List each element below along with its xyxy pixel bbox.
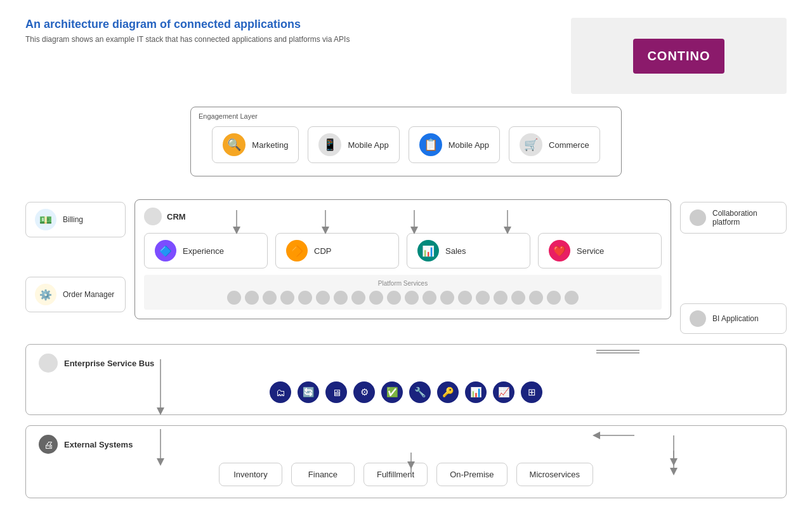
right-side: Collaboration platform BI Application (680, 199, 787, 334)
mobile-app-1-label: Mobile App (348, 140, 388, 150)
bi-app-card[interactable]: BI Application (680, 303, 787, 334)
engagement-layer-label: Engagement Layer (199, 112, 258, 120)
esb-icons: 🗂 🔄 🖥 ⚙ ✅ 🔧 🔑 📊 📈 ⊞ (39, 381, 773, 403)
platform-dot (405, 291, 419, 305)
mobile-app-1-card[interactable]: 📱 Mobile App (308, 126, 399, 163)
collab-card[interactable]: Collaboration platform (680, 202, 787, 234)
sales-icon: 📊 (417, 240, 439, 262)
cdp-label: CDP (314, 246, 331, 256)
sales-card[interactable]: 📊 Sales (407, 233, 530, 268)
esb-icon-6: 🔑 (437, 381, 459, 403)
platform-dot (547, 291, 561, 305)
platform-dot (263, 291, 277, 305)
finance-card[interactable]: Finance (291, 463, 355, 486)
external-header: 🖨 External Systems (39, 435, 773, 454)
cdp-card[interactable]: 🔶 CDP (275, 233, 399, 268)
microservices-card[interactable]: Microservices (516, 463, 593, 486)
platform-dot (351, 291, 365, 305)
crm-circle-icon (144, 208, 162, 225)
commerce-card[interactable]: 🛒 Commerce (509, 126, 600, 163)
platform-dot (494, 291, 508, 305)
mobile-app-2-card[interactable]: 📋 Mobile App (409, 126, 500, 163)
mobile-app-2-icon: 📋 (419, 133, 442, 156)
service-icon: ❤️ (549, 240, 570, 262)
inventory-card[interactable]: Inventory (219, 463, 282, 486)
marketing-label: Marketing (252, 140, 288, 150)
left-side: 💵 Billing ⚙️ Order Manager (25, 199, 126, 312)
commerce-label: Commerce (549, 140, 589, 150)
esb-icon-7: 📊 (465, 381, 487, 403)
experience-label: Experience (183, 246, 224, 256)
platform-dot (227, 291, 241, 305)
esb-layer: Enterprise Service Bus 🗂 🔄 🖥 ⚙ ✅ 🔧 🔑 📊 📈… (25, 344, 787, 415)
collab-label: Collaboration platform (712, 209, 777, 227)
crm-section: CRM 🔷 Experience 🔶 CDP 📊 Sales (134, 199, 671, 319)
platform-dots (150, 291, 655, 305)
platform-dot (529, 291, 543, 305)
platform-dot (565, 291, 579, 305)
order-manager-card[interactable]: ⚙️ Order Manager (25, 277, 126, 312)
experience-card[interactable]: 🔷 Experience (144, 233, 268, 268)
spacer-right (680, 244, 787, 293)
esb-icon-5: 🔧 (409, 381, 431, 403)
diagram: Engagement Layer 🔍 Marketing 📱 Mobile Ap… (0, 107, 812, 511)
crm-header: CRM (144, 208, 662, 225)
inventory-label: Inventory (233, 470, 267, 479)
platform-dot (280, 291, 294, 305)
spacer-3 (25, 415, 787, 425)
marketing-icon: 🔍 (223, 133, 246, 156)
fulfillment-card[interactable]: Fulfillment (363, 463, 428, 486)
order-manager-icon: ⚙️ (35, 284, 56, 305)
platform-dot (476, 291, 490, 305)
billing-icon: 💵 (35, 209, 56, 230)
experience-icon: 🔷 (155, 240, 176, 262)
cdp-icon: 🔶 (286, 240, 308, 262)
platform-services-label: Platform Services (150, 280, 655, 287)
esb-icon-0: 🗂 (270, 381, 291, 403)
engagement-layer: Engagement Layer 🔍 Marketing 📱 Mobile Ap… (190, 107, 622, 176)
esb-icon-4: ✅ (381, 381, 403, 403)
crm-cards: 🔷 Experience 🔶 CDP 📊 Sales ❤️ Service (144, 233, 662, 268)
platform-dot (440, 291, 454, 305)
external-layer: 🖨 External Systems Inventory Finance Ful… (25, 425, 787, 498)
platform-dot (298, 291, 312, 305)
engagement-cards: 🔍 Marketing 📱 Mobile App 📋 Mobile App 🛒 … (204, 126, 608, 163)
esb-icon-9: ⊞ (521, 381, 542, 403)
engagement-layer-row: Engagement Layer 🔍 Marketing 📱 Mobile Ap… (25, 107, 787, 176)
page-title: An architecture diagram of connected app… (25, 18, 350, 31)
service-card[interactable]: ❤️ Service (538, 233, 662, 268)
esb-icon-2: 🖥 (325, 381, 347, 403)
platform-services: Platform Services (144, 275, 662, 310)
collab-icon (690, 209, 706, 226)
platform-dot (422, 291, 436, 305)
finance-label: Finance (308, 470, 337, 479)
marketing-card[interactable]: 🔍 Marketing (212, 126, 299, 163)
sales-label: Sales (445, 246, 466, 256)
page-subtitle: This diagram shows an example IT stack t… (25, 35, 350, 44)
microservices-label: Microservices (530, 470, 580, 479)
platform-dot (245, 291, 259, 305)
header-text: An architecture diagram of connected app… (25, 18, 350, 44)
platform-dot (334, 291, 348, 305)
platform-dot (511, 291, 525, 305)
esb-label: Enterprise Service Bus (64, 359, 154, 368)
platform-dot (369, 291, 383, 305)
order-manager-label: Order Manager (63, 290, 114, 299)
spacer-left (25, 248, 126, 267)
fulfillment-label: Fulfillment (377, 470, 414, 479)
platform-dot (387, 291, 401, 305)
spacer-2 (25, 334, 787, 344)
external-cards: Inventory Finance Fulfillment On-Premise… (39, 463, 773, 486)
commerce-icon: 🛒 (520, 133, 542, 156)
esb-icon-1: 🔄 (298, 381, 319, 403)
on-premise-card[interactable]: On-Premise (436, 463, 507, 486)
contino-logo: CONTINO (633, 39, 724, 74)
bi-icon (690, 310, 706, 327)
mobile-app-2-label: Mobile App (449, 140, 489, 150)
billing-card[interactable]: 💵 Billing (25, 202, 126, 237)
platform-dot (458, 291, 472, 305)
middle-row: 💵 Billing ⚙️ Order Manager CRM 🔷 Experie… (25, 199, 787, 334)
esb-icon-8: 📈 (493, 381, 514, 403)
platform-dot (316, 291, 330, 305)
on-premise-label: On-Premise (450, 470, 494, 479)
